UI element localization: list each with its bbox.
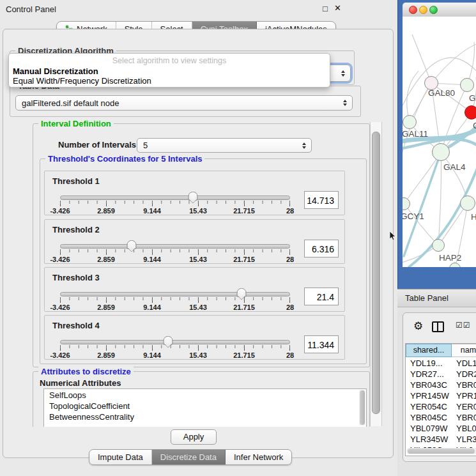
node-gal11[interactable] (403, 115, 417, 129)
combo-stepper-icon (302, 142, 306, 149)
tick-label: 15.43 (189, 303, 207, 311)
node-gal[interactable] (460, 78, 474, 92)
threshold-label: Threshold 2 (52, 225, 100, 234)
node-gal4[interactable] (432, 143, 450, 161)
apply-button[interactable]: Apply (171, 429, 217, 445)
node-selected-red[interactable] (464, 105, 476, 119)
tick-label: 15.43 (189, 351, 207, 359)
threshold-1-panel: Threshold 1 -3.426 2.859 9.144 15.43 21.… (44, 171, 345, 215)
slider-thumb[interactable] (237, 288, 247, 302)
close-traffic-light-icon[interactable] (409, 6, 417, 14)
tab-infer-network[interactable]: Infer Network (226, 450, 291, 464)
slider-thumb[interactable] (188, 192, 197, 206)
list-item[interactable]: TopologicalCoefficient (49, 401, 130, 411)
table-panel-titlebar: Table Panel (397, 289, 476, 307)
tick-label: 2.859 (97, 207, 115, 215)
table-row[interactable]: YBR045CYBR0 (406, 413, 476, 424)
threshold-2-panel: Threshold 2 -3.426 2.859 9.144 15.43 21.… (44, 219, 345, 264)
table-data-value: galFiltered.sif default node (22, 98, 119, 108)
popup-option-equal-width-frequency[interactable]: Equal Width/Frequency Discretization (13, 76, 151, 86)
table-row[interactable]: YBL079WYBL0 (406, 424, 476, 434)
algorithm-dropdown-popup: Select algorithm to view settings Manual… (8, 53, 330, 88)
cell: YBR0 (456, 380, 476, 390)
cell: YPR145W (410, 391, 449, 401)
table-row[interactable]: YLR345WYLR3 (406, 434, 476, 445)
cell: YLR345W (410, 434, 448, 444)
network-window-titlebar[interactable] (403, 3, 476, 17)
threshold-3-value-field[interactable]: 21.4 (304, 288, 339, 305)
numerical-attributes-list[interactable]: SelfLoops TopologicalCoefficient Between… (43, 388, 367, 427)
tick-label: -3.426 (50, 256, 70, 263)
node-label-gal80: GAL80 (428, 88, 455, 98)
table-panel-title: Table Panel (405, 293, 449, 303)
tab-infer-label: Infer Network (234, 452, 283, 462)
panel-scrollbar[interactable] (370, 122, 382, 426)
tab-discretize-data[interactable]: Discretize Data (152, 450, 226, 464)
threshold-1-slider[interactable]: -3.426 2.859 9.144 15.43 21.715 28 (60, 192, 290, 213)
number-of-intervals-combobox[interactable]: 5 (137, 138, 312, 153)
checkbox-filter-icon[interactable]: ☑☑ (456, 321, 471, 330)
slider-minor-ticks (60, 297, 290, 300)
threshold-3-slider[interactable]: -3.426 2.859 9.144 15.43 21.715 28 (60, 288, 290, 310)
cell: YBL0 (456, 424, 476, 433)
column-header-name[interactable]: name (452, 344, 476, 357)
list-item[interactable]: BetweennessCentrality (49, 412, 134, 422)
horizontal-scrollbar[interactable] (406, 448, 476, 454)
threshold-4-slider[interactable]: -3.426 2.859 9.144 15.43 21.715 28 (60, 336, 290, 358)
tick-label: 9.144 (143, 351, 161, 359)
table-row[interactable]: YPR145WYPR1 (406, 391, 476, 402)
threshold-1-value-field[interactable]: 14.713 (304, 191, 339, 209)
interval-definition-group: Interval Definition Number of Intervals … (33, 123, 370, 367)
list-item[interactable]: SelfLoops (49, 390, 86, 400)
tick-label: 21.715 (233, 207, 255, 215)
slider-thumb[interactable] (164, 336, 173, 350)
slider-track[interactable] (60, 196, 290, 200)
table-row[interactable]: YDR27...YDR2 (406, 369, 476, 380)
numerical-attributes-label: Numerical Attributes (40, 378, 121, 388)
combo-stepper-icon (341, 70, 345, 77)
popup-option-manual-discretization[interactable]: Manual Discretization (13, 66, 98, 76)
close-icon[interactable]: ✕ (334, 4, 343, 13)
tick-label: 28 (286, 303, 294, 311)
thresholds-coordinates-group: Threshold's Coordinates for 5 Intervals … (40, 158, 367, 364)
zoom-traffic-light-icon[interactable] (429, 6, 438, 14)
table-row[interactable]: YDL19...YDL1 (406, 358, 476, 369)
slider-track[interactable] (60, 244, 290, 249)
table-row[interactable]: YBR043CYBR0 (406, 380, 476, 391)
table-row[interactable]: YER054CYER0 (406, 402, 476, 413)
table-data-combobox[interactable]: galFiltered.sif default node (15, 95, 353, 111)
tick-label: 9.144 (143, 303, 161, 311)
tab-impute-data[interactable]: Impute Data (89, 450, 152, 464)
list-scrollbar[interactable] (359, 390, 365, 426)
popup-hint: Select algorithm to view settings (9, 56, 330, 65)
slider-minor-ticks (60, 249, 290, 252)
tick-label: 2.859 (97, 351, 115, 359)
slider-track[interactable] (60, 340, 290, 344)
tick-label: -3.426 (50, 351, 70, 359)
slider-thumb[interactable] (127, 240, 136, 254)
float-window-icon[interactable]: □ (323, 4, 332, 13)
control-panel-titlebar: Control Panel □ ✕ (0, 0, 396, 18)
gear-icon[interactable]: ⚙ (413, 319, 423, 333)
threshold-4-value-field[interactable]: 11.344 (304, 335, 339, 353)
table-panel: Table Panel ⚙ ☑☑ shared... name YDL19...… (397, 289, 476, 476)
node-h[interactable] (460, 196, 475, 211)
tab-discretize-label: Discretize Data (160, 452, 217, 462)
node-attribute-table[interactable]: shared... name YDL19...YDL1 YDR27...YDR2… (405, 343, 476, 456)
table-data-group: Table Data galFiltered.sif default node (10, 86, 361, 117)
minimize-traffic-light-icon[interactable] (419, 6, 427, 14)
slider-track[interactable] (60, 292, 290, 296)
threshold-2-value-field[interactable]: 6.316 (304, 240, 339, 257)
column-header-shared-name[interactable]: shared... (406, 344, 452, 357)
column-layout-icon[interactable] (432, 321, 444, 332)
threshold-label: Threshold 1 (52, 176, 100, 186)
tick-label: -3.426 (50, 303, 70, 311)
group-title: Interval Definition (38, 119, 114, 128)
node-hap2[interactable] (432, 239, 445, 252)
network-canvas[interactable]: GAL80 GAL C GAL11 GAL4 GCY1 H HAP2 (403, 17, 476, 267)
tick-label: 15.43 (189, 207, 207, 215)
scrollbar-thumb[interactable] (372, 132, 380, 414)
cell: YBR045C (410, 413, 447, 422)
cell: YLR3 (456, 434, 476, 444)
threshold-2-slider[interactable]: -3.426 2.859 9.144 15.43 21.715 28 (60, 240, 290, 262)
